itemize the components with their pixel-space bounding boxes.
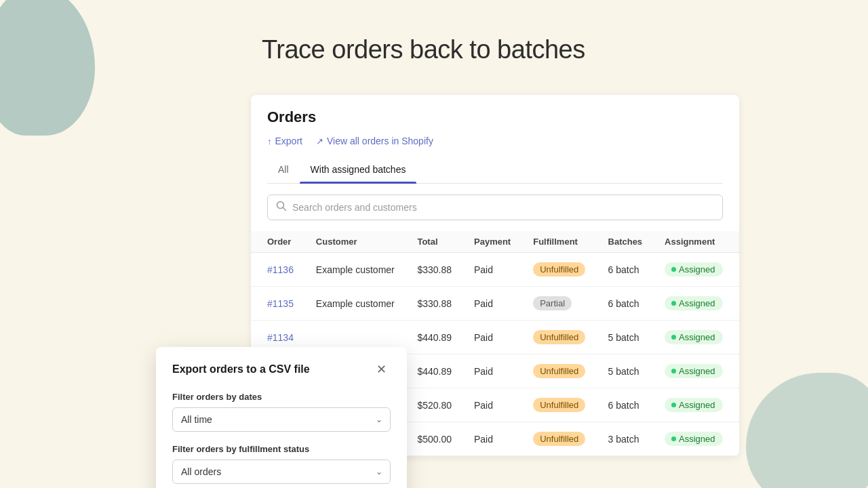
search-icon xyxy=(276,201,287,214)
assignment-cell: Assigned xyxy=(654,388,739,422)
filter-dates-group: Filter orders by dates All time Last 30 … xyxy=(172,392,391,432)
fulfillment-cell: Partial xyxy=(522,287,597,321)
fulfillment-badge: Unfulfilled xyxy=(533,398,585,412)
fulfillment-cell: Unfulfilled xyxy=(522,422,597,456)
payment-cell: Paid xyxy=(463,253,522,287)
fulfillment-badge: Unfulfilled xyxy=(533,262,585,277)
assignment-badge: Assigned xyxy=(665,364,723,378)
total-cell: $500.00 xyxy=(406,422,463,456)
assignment-cell: Assigned xyxy=(654,422,739,456)
payment-cell: Paid xyxy=(463,287,522,321)
view-shopify-label: View all orders in Shopify xyxy=(327,136,433,146)
tab-with-batches[interactable]: With assigned batches xyxy=(300,157,417,183)
col-header-total: Total xyxy=(406,231,463,253)
payment-cell: Paid xyxy=(463,321,522,354)
col-header-payment: Payment xyxy=(463,231,522,253)
search-input[interactable] xyxy=(292,202,714,213)
col-header-customer: Customer xyxy=(305,231,407,253)
col-header-assignment: Assignment xyxy=(654,231,739,253)
tab-all[interactable]: All xyxy=(267,157,300,183)
fulfillment-badge: Unfulfilled xyxy=(533,330,585,344)
page-title: Trace orders back to batches xyxy=(262,35,585,64)
filter-status-wrapper: All orders Unfulfilled Partial Fulfilled… xyxy=(172,460,391,484)
customer-cell: Example customer xyxy=(305,253,407,287)
batches-cell: 5 batch xyxy=(597,321,654,354)
payment-cell: Paid xyxy=(463,422,522,456)
fulfillment-badge: Partial xyxy=(533,296,572,310)
search-area xyxy=(251,184,739,231)
modal-header: Export orders to a CSV file ✕ xyxy=(172,361,391,378)
fulfillment-cell: Unfulfilled xyxy=(522,321,597,354)
export-link[interactable]: ↑ Export xyxy=(267,136,302,146)
fulfillment-cell: Unfulfilled xyxy=(522,354,597,388)
assigned-dot-icon xyxy=(671,301,676,306)
batches-cell: 3 batch xyxy=(597,422,654,456)
external-link-icon: ↗ xyxy=(316,136,323,146)
modal-title: Export orders to a CSV file xyxy=(172,363,310,375)
assigned-dot-icon xyxy=(671,267,676,272)
payment-cell: Paid xyxy=(463,388,522,422)
assignment-badge: Assigned xyxy=(665,432,723,446)
order-link[interactable]: #1135 xyxy=(267,298,294,309)
filter-dates-select[interactable]: All time Last 30 days Last 90 days This … xyxy=(172,407,391,432)
assignment-badge: Assigned xyxy=(665,296,723,310)
assignment-badge: Assigned xyxy=(665,330,723,344)
total-cell: $440.89 xyxy=(406,354,463,388)
orders-header: Orders ↑ Export ↗ View all orders in Sho… xyxy=(251,95,739,184)
assigned-dot-icon xyxy=(671,335,676,340)
assigned-dot-icon xyxy=(671,369,676,373)
customer-cell: Example customer xyxy=(305,287,407,321)
filter-dates-wrapper: All time Last 30 days Last 90 days This … xyxy=(172,407,391,432)
assignment-cell: Assigned xyxy=(654,321,739,354)
export-icon: ↑ xyxy=(267,136,272,146)
batches-cell: 5 batch xyxy=(597,354,654,388)
total-cell: $330.88 xyxy=(406,287,463,321)
payment-cell: Paid xyxy=(463,354,522,388)
total-cell: $330.88 xyxy=(406,253,463,287)
fulfillment-badge: Unfulfilled xyxy=(533,364,585,378)
batches-cell: 6 batch xyxy=(597,388,654,422)
view-shopify-link[interactable]: ↗ View all orders in Shopify xyxy=(316,136,433,146)
table-row: #1135 Example customer $330.88 Paid Part… xyxy=(251,287,739,321)
orders-title: Orders xyxy=(267,108,723,126)
assignment-cell: Assigned xyxy=(654,253,739,287)
tabs-row: All With assigned batches xyxy=(267,157,723,184)
table-header-row: Order Customer Total Payment Fulfillment… xyxy=(251,231,739,253)
filter-dates-label: Filter orders by dates xyxy=(172,392,391,402)
order-link[interactable]: #1134 xyxy=(267,332,294,343)
batches-cell: 6 batch xyxy=(597,253,654,287)
search-wrapper xyxy=(267,195,723,220)
assignment-cell: Assigned xyxy=(654,354,739,388)
modal-close-button[interactable]: ✕ xyxy=(372,361,391,378)
order-link[interactable]: #1136 xyxy=(267,264,294,275)
orders-actions: ↑ Export ↗ View all orders in Shopify xyxy=(267,136,723,146)
col-header-batches: Batches xyxy=(597,231,654,253)
export-label: Export xyxy=(275,136,302,146)
filter-status-select[interactable]: All orders Unfulfilled Partial Fulfilled xyxy=(172,460,391,484)
filter-status-label: Filter orders by fulfillment status xyxy=(172,444,391,454)
fulfillment-cell: Unfulfilled xyxy=(522,253,597,287)
col-header-fulfillment: Fulfillment xyxy=(522,231,597,253)
total-cell: $520.80 xyxy=(406,388,463,422)
assignment-badge: Assigned xyxy=(665,398,723,412)
svg-line-1 xyxy=(283,208,286,211)
assigned-dot-icon xyxy=(671,403,676,407)
assignment-cell: Assigned xyxy=(654,287,739,321)
table-row: #1136 Example customer $330.88 Paid Unfu… xyxy=(251,253,739,287)
fulfillment-badge: Unfulfilled xyxy=(533,432,585,446)
main-content: Trace orders back to batches Orders ↑ Ex… xyxy=(0,0,868,488)
col-header-order: Order xyxy=(251,231,305,253)
total-cell: $440.89 xyxy=(406,321,463,354)
assignment-badge: Assigned xyxy=(665,262,723,277)
batches-cell: 6 batch xyxy=(597,287,654,321)
export-modal: Export orders to a CSV file ✕ Filter ord… xyxy=(156,347,407,488)
assigned-dot-icon xyxy=(671,436,676,441)
fulfillment-cell: Unfulfilled xyxy=(522,388,597,422)
filter-status-group: Filter orders by fulfillment status All … xyxy=(172,444,391,484)
